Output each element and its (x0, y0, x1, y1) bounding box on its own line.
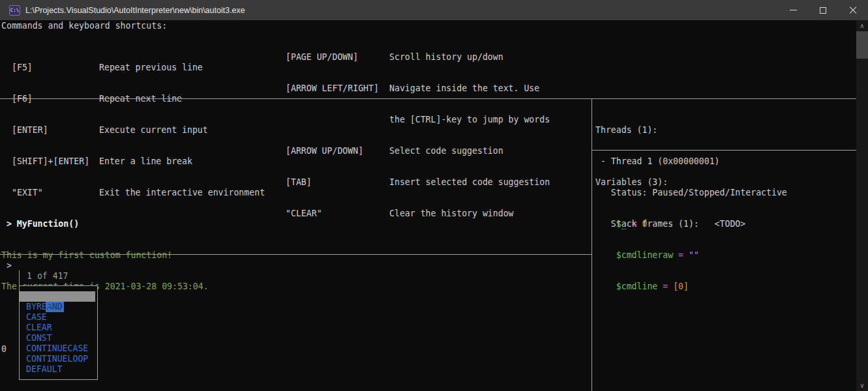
key-label: [TAB] (286, 177, 389, 188)
autoit-console-window: { "window": { "title": "L:\\Projects.Vis… (0, 0, 868, 391)
minimize-icon (790, 10, 797, 10)
key-label: [ARROW LEFT/RIGHT] (286, 83, 389, 94)
help-shortcuts-right: [PAGE UP/DOWN] Scroll history up/down [A… (286, 31, 550, 229)
variables-header: Variables (3): (595, 177, 699, 188)
suggestion-item[interactable]: CONTINUECASE (20, 343, 97, 354)
variable-name: $cmdline (616, 282, 658, 291)
key-label: [PAGE UP/DOWN] (286, 52, 389, 63)
key-label: [SHIFT]+[ENTER] (12, 156, 99, 167)
scroll-up-button[interactable]: ∧ (856, 20, 868, 31)
key-description: Exit the interactive environment (99, 188, 265, 198)
shortcut-row: [TAB] Insert selected code suggestion (286, 177, 550, 188)
maximize-icon (820, 7, 826, 14)
key-label (286, 115, 389, 125)
window-title: L:\Projects.VisualStudio\AutoItInterpret… (25, 6, 245, 15)
key-label: [ARROW UP/DOWN] (286, 146, 389, 156)
shortcut-row: [F6] Repeat next line (12, 94, 265, 104)
minimize-button[interactable] (778, 0, 808, 20)
scrollbar-track[interactable]: ∧ ∨ (856, 20, 868, 391)
scrollbar-thumb[interactable] (856, 31, 868, 59)
console-app-icon: C:\ (9, 5, 20, 16)
history-output-line: This is my first custom function! (1, 250, 209, 261)
shortcut-row: [SHIFT]+[ENTER] Enter a line break (12, 156, 265, 167)
divider-vertical-panel (591, 98, 592, 391)
equals-sign: = (657, 282, 673, 291)
history-input-line: > MyFunction() (1, 219, 209, 229)
suggestion-counter: 1 of 417 (27, 271, 68, 282)
shortcut-row: [F5] Repeat previous line (12, 63, 265, 73)
key-description: Navigate inside the text. Use (389, 83, 539, 94)
suggestion-popup-stub (19, 270, 20, 285)
suggestion-popup: AND BYREF CASE CLEAR CONST CONTINUECASE … (19, 285, 98, 380)
suggestion-item[interactable]: CASE (20, 312, 97, 323)
key-description: Clear the history window (389, 209, 514, 219)
variable-row: $cmdline = [0] (595, 271, 699, 282)
key-label: "CLEAR" (286, 209, 389, 219)
shortcut-row: [ENTER] Execute current input (12, 125, 265, 136)
key-description: Select code suggestion (389, 146, 503, 156)
help-shortcuts-left: [F5] Repeat previous line [F6] Repeat ne… (12, 42, 265, 209)
key-description: Enter a line break (99, 156, 192, 167)
shortcut-row: "EXIT" Exit the interactive environment (12, 188, 265, 198)
suggestion-item-selected[interactable]: AND (20, 291, 95, 302)
shortcut-row: "CLEAR" Clear the history window (286, 209, 550, 219)
key-description: the [CTRL]-key to jump by words (389, 115, 550, 125)
threads-header: Threads (1): (595, 125, 787, 136)
key-description: Repeat previous line (99, 63, 203, 73)
key-label: [F5] (12, 63, 99, 73)
close-button[interactable] (838, 0, 868, 20)
suggestion-item[interactable]: CLEAR (20, 323, 97, 333)
chevron-down-icon: ∨ (860, 382, 864, 389)
help-title: Commands and keyboard shortcuts: (1, 21, 167, 31)
variable-value: 0 (642, 219, 647, 229)
shortcut-row: [ARROW UP/DOWN] Select code suggestion (286, 146, 550, 156)
suggestion-item[interactable]: CONTINUELOOP (20, 354, 97, 364)
window-controls (778, 0, 868, 20)
key-description: Execute current input (99, 125, 208, 136)
variable-row: $cmdlineraw = "" (595, 240, 699, 250)
maximize-button[interactable] (808, 0, 838, 20)
variable-value: [0] (673, 282, 689, 291)
key-description: Insert selected code suggestion (389, 177, 550, 188)
equals-sign: = (673, 250, 689, 260)
suggestion-item[interactable]: DEFAULT (20, 364, 97, 375)
scroll-down-button[interactable]: ∨ (856, 380, 868, 391)
key-description: Scroll history up/down (389, 52, 503, 63)
key-label: [ENTER] (12, 125, 99, 136)
variable-value: "" (689, 250, 699, 260)
key-label: [F6] (12, 94, 99, 104)
suggestion-item[interactable]: CONST (20, 333, 97, 343)
shortcut-row: [PAGE UP/DOWN] Scroll history up/down (286, 52, 550, 63)
key-description: Repeat next line (99, 94, 182, 104)
divider-help (0, 98, 856, 99)
shortcut-row: the [CTRL]-key to jump by words (286, 115, 550, 125)
input-prompt[interactable]: > (7, 261, 12, 271)
equals-sign: = (627, 219, 642, 229)
variable-name: $_ (616, 219, 627, 229)
key-label: "EXIT" (12, 188, 99, 198)
shortcut-row: [ARROW LEFT/RIGHT] Navigate inside the t… (286, 83, 550, 94)
window-titlebar[interactable]: C:\ L:\Projects.VisualStudio\AutoItInter… (0, 0, 868, 20)
variable-row: $_ = 0 (595, 209, 699, 219)
chevron-up-icon: ∧ (860, 22, 864, 29)
variables-panel: Variables (3): $_ = 0 $cmdlineraw = "" $… (595, 156, 699, 292)
variable-name: $cmdlineraw (616, 250, 673, 260)
close-icon (849, 7, 857, 14)
